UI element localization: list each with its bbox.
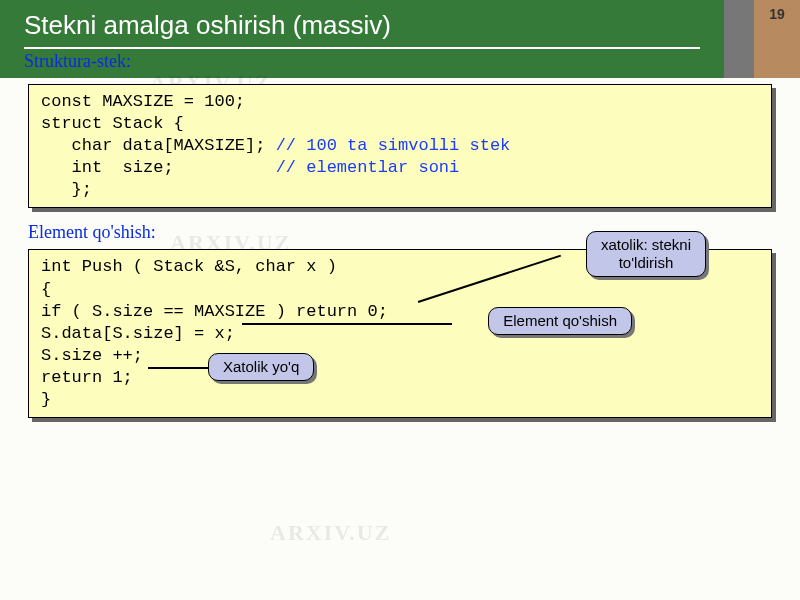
callout-box: Element qo'shish [488,307,632,335]
page-title: Stekni amalga oshirish (massiv) [24,10,700,45]
code-line: int size; [41,158,276,177]
code-line: S.size ++; [41,346,143,365]
page-number: 19 [754,6,800,22]
code-comment: // elementlar soni [276,158,460,177]
callout-no-error: Xatolik yo'q [208,353,314,381]
code-line: } [41,390,51,409]
section-label-struktura: Struktura-stek: [24,51,700,72]
code-line: char data[MAXSIZE]; [41,136,276,155]
title-underline [24,47,700,49]
callout-text: Xatolik yo'q [223,358,299,375]
header-strip-grey [724,0,754,78]
watermark: ARXIV.UZ [270,520,391,546]
code-line: if ( S.size == MAXSIZE ) return 0; [41,302,388,321]
code-line: { [41,280,51,299]
code-comment: // 100 ta simvolli stek [276,136,511,155]
code-box: const MAXSIZE = 100; struct Stack { char… [28,84,772,208]
code-block-push-wrapper: int Push ( Stack &S, char x ) { if ( S.s… [28,249,772,418]
code-line: const MAXSIZE = 100; [41,92,245,111]
code-line: struct Stack { [41,114,184,133]
code-line: S.data[S.size] = x; [41,324,235,343]
callout-text: xatolik: stekni [601,236,691,254]
content-area: const MAXSIZE = 100; struct Stack { char… [0,84,800,418]
code-block-struct: const MAXSIZE = 100; struct Stack { char… [28,84,772,208]
callout-box: xatolik: stekni to'ldirish [586,231,706,277]
code-line: }; [41,180,92,199]
callout-error-overflow: xatolik: stekni to'ldirish [586,231,706,277]
header-main: Stekni amalga oshirish (massiv) Struktur… [0,0,724,78]
callout-box: Xatolik yo'q [208,353,314,381]
callout-pointer [242,323,452,325]
callout-text: Element qo'shish [503,312,617,329]
callout-text: to'ldirish [601,254,691,272]
header-strip-brown: 19 [754,0,800,78]
callout-add-element: Element qo'shish [488,307,632,335]
code-line: int Push ( Stack &S, char x ) [41,257,337,276]
code-line: return 1; [41,368,133,387]
slide-header: Stekni amalga oshirish (massiv) Struktur… [0,0,800,78]
